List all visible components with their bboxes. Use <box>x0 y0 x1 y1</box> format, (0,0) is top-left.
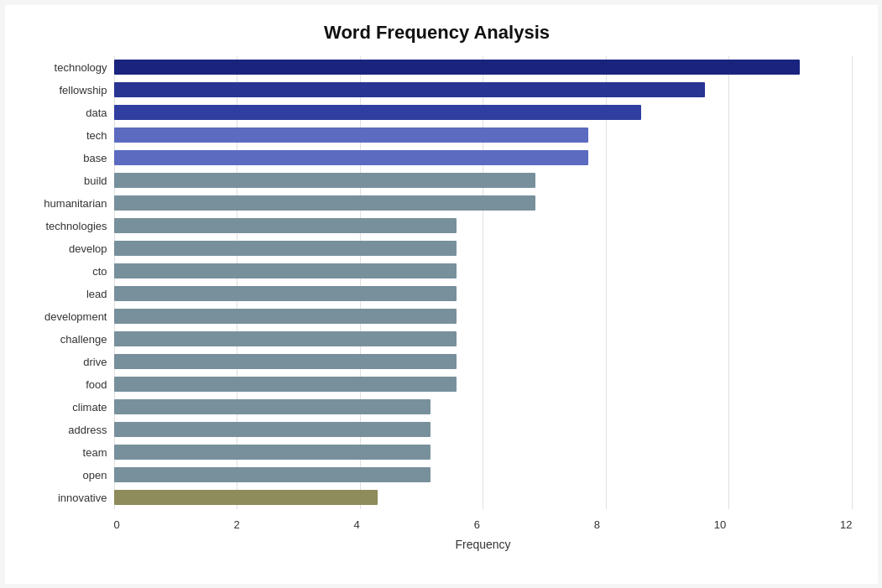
bar <box>114 331 457 346</box>
y-label: technologies <box>22 221 107 232</box>
chart-area: technologyfellowshipdatatechbasebuildhum… <box>22 56 853 509</box>
bar <box>114 127 589 143</box>
bar-row <box>114 352 853 371</box>
bar <box>114 150 589 165</box>
y-label: fellowship <box>22 85 107 96</box>
bar-row <box>114 466 853 484</box>
bar <box>114 241 457 256</box>
y-label: innovative <box>22 492 107 503</box>
y-label: challenge <box>22 334 107 345</box>
y-label: develop <box>22 243 107 254</box>
bar <box>114 218 457 233</box>
y-label: climate <box>22 402 107 413</box>
bar <box>114 422 431 437</box>
bar-row <box>114 284 853 303</box>
bars-grid <box>114 56 853 509</box>
chart-container: Word Frequency Analysis technologyfellow… <box>5 5 878 584</box>
bar <box>114 445 431 460</box>
y-label: data <box>22 107 107 118</box>
y-label: cto <box>22 266 107 277</box>
bar <box>114 309 457 324</box>
x-tick: 12 <box>840 518 852 531</box>
y-label: humanitarian <box>22 198 107 209</box>
bar-row <box>114 375 853 393</box>
x-axis-label: Frequency <box>455 538 510 551</box>
bar <box>114 263 457 278</box>
x-tick: 2 <box>234 518 240 531</box>
bar-row <box>114 103 853 122</box>
bar <box>114 195 536 211</box>
bar <box>114 105 642 120</box>
bar-row <box>114 443 853 461</box>
bar-row <box>114 239 853 258</box>
bar <box>114 82 705 97</box>
y-label: build <box>22 175 107 186</box>
y-label: drive <box>22 356 107 367</box>
y-axis: technologyfellowshipdatatechbasebuildhum… <box>22 56 114 509</box>
y-label: open <box>22 470 107 481</box>
bar-row <box>114 262 853 280</box>
bar <box>114 467 431 482</box>
x-tick: 6 <box>474 518 480 531</box>
bar <box>114 354 457 369</box>
bar-row <box>114 148 853 167</box>
bar <box>114 399 431 414</box>
x-tick: 4 <box>354 518 360 531</box>
bar <box>114 286 457 301</box>
y-label: tech <box>22 130 107 141</box>
bar-row <box>114 488 853 507</box>
bar <box>114 60 800 75</box>
x-tick: 10 <box>714 518 726 531</box>
bar-row <box>114 420 853 439</box>
bar-row <box>114 398 853 416</box>
bar <box>114 173 536 188</box>
bar-row <box>114 330 853 348</box>
bar-row <box>114 81 853 99</box>
y-label: team <box>22 447 107 458</box>
y-label: lead <box>22 289 107 299</box>
x-tick: 8 <box>594 518 600 531</box>
bar-row <box>114 58 853 76</box>
bar-row <box>114 307 853 325</box>
y-label: food <box>22 379 107 390</box>
y-label: development <box>22 311 107 322</box>
y-label: base <box>22 153 107 164</box>
y-label: technology <box>22 62 107 73</box>
bar <box>114 490 378 505</box>
x-ticks: 024681012 <box>114 518 853 531</box>
x-tick: 0 <box>114 518 120 531</box>
chart-title: Word Frequency Analysis <box>22 22 853 44</box>
bar-row <box>114 216 853 235</box>
x-axis: 024681012Frequency <box>114 518 853 551</box>
bar <box>114 377 457 392</box>
bar-row <box>114 194 853 212</box>
y-label: address <box>22 424 107 435</box>
bar-row <box>114 171 853 190</box>
bar-row <box>114 126 853 144</box>
